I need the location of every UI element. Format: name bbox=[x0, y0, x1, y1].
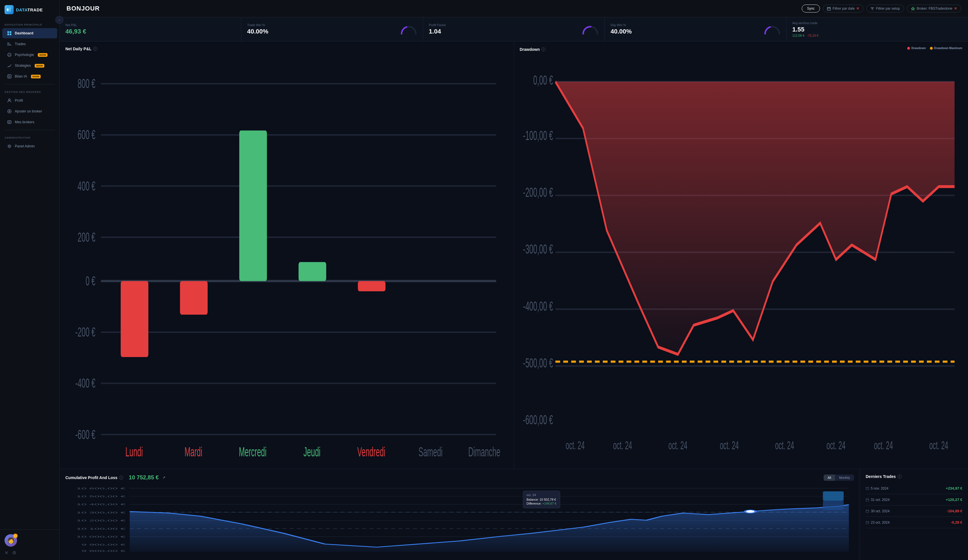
svg-text:10 400,00 €: 10 400,00 € bbox=[76, 503, 126, 506]
stat-avg-value: 1.55 bbox=[792, 26, 962, 33]
sidebar-item-bilan-ia[interactable]: Bilan IA SOON bbox=[2, 71, 57, 81]
svg-text:Vendredi: Vendredi bbox=[357, 444, 385, 459]
logo-area: DATATRADE bbox=[0, 0, 60, 19]
avatar-badge: 👑 bbox=[13, 534, 18, 538]
svg-text:10 600,00 €: 10 600,00 € bbox=[76, 487, 126, 490]
svg-text:-400 €: -400 € bbox=[75, 376, 96, 390]
filter-date-button[interactable]: Filtrer par date ✕ bbox=[823, 5, 864, 13]
svg-rect-13 bbox=[827, 7, 830, 10]
cumulative-chart-svg: 10 600,00 € 10 500,00 € 10 400,00 € 10 3… bbox=[65, 484, 854, 555]
mes-brokers-icon bbox=[7, 119, 12, 125]
strategies-soon-badge: SOON bbox=[35, 64, 44, 68]
svg-text:600 €: 600 € bbox=[78, 127, 96, 142]
filter-date-close[interactable]: ✕ bbox=[856, 7, 859, 10]
add-broker-icon bbox=[7, 109, 12, 114]
discord-icon[interactable]: ⚙ bbox=[12, 550, 16, 555]
drawdown-chart-svg: 0,00 € -100,00 € -200,00 € -300,00 € -40… bbox=[520, 55, 963, 464]
sidebar-item-dashboard[interactable]: Dashboard bbox=[2, 28, 57, 38]
toggle-group: All Monthly bbox=[824, 474, 854, 481]
svg-text:-200 €: -200 € bbox=[75, 325, 96, 339]
drawdown-chart-area: 0,00 € -100,00 € -200,00 € -300,00 € -40… bbox=[520, 55, 963, 464]
cumulative-title: Cumulative Profit And Loss i bbox=[65, 476, 123, 480]
nav-section-label: NAVIGATION PRINCIPALE bbox=[0, 19, 60, 28]
sidebar-item-ajouter-broker[interactable]: Ajouter un broker bbox=[2, 106, 57, 116]
svg-text:200 €: 200 € bbox=[78, 230, 96, 244]
sidebar-item-profil[interactable]: Profil bbox=[2, 96, 57, 106]
legend-drawdown-max: Drawdown Maximum bbox=[930, 46, 962, 50]
net-daily-info-icon: i bbox=[93, 47, 97, 51]
svg-rect-84 bbox=[823, 501, 844, 510]
svg-rect-11 bbox=[8, 121, 11, 124]
stat-profit-factor-info: Profit Factor 1.04 bbox=[429, 23, 578, 35]
broker-icon bbox=[911, 7, 915, 10]
cumulative-header: Cumulative Profit And Loss i 10 752,85 €… bbox=[65, 474, 854, 481]
svg-text:oct. 24: oct. 24 bbox=[565, 438, 585, 451]
svg-text:oct. 24: oct. 24 bbox=[613, 438, 632, 451]
external-link-icon[interactable]: ↗ bbox=[162, 476, 166, 480]
filter-date-label: Filtrer par date bbox=[832, 7, 855, 10]
sidebar-item-psychologie[interactable]: Psychologie SOON bbox=[2, 50, 57, 60]
svg-text:400 €: 400 € bbox=[78, 178, 96, 193]
svg-rect-89 bbox=[866, 521, 869, 524]
sidebar-item-ajouter-label: Ajouter un broker bbox=[15, 109, 42, 113]
trades-info-icon: i bbox=[898, 474, 902, 479]
svg-rect-86 bbox=[866, 487, 869, 490]
bilan-ia-icon bbox=[7, 74, 12, 79]
svg-text:800 €: 800 € bbox=[78, 76, 96, 91]
svg-text:-100,00 €: -100,00 € bbox=[523, 128, 553, 143]
trades-title: Derniers Trades i bbox=[866, 474, 962, 479]
twitter-icon[interactable]: ✕ bbox=[5, 550, 8, 555]
svg-rect-34 bbox=[358, 281, 385, 291]
trade-amount-2: -104,89 € bbox=[947, 509, 962, 513]
calendar-icon-trade-2 bbox=[866, 509, 869, 513]
stat-net-pnl: Net P&L 46,93 € bbox=[60, 17, 241, 41]
user-avatar-area: 🧑 👑 bbox=[5, 534, 55, 547]
legend-max-dot bbox=[930, 47, 933, 50]
profil-icon bbox=[7, 98, 12, 103]
svg-text:Dimanche: Dimanche bbox=[468, 444, 501, 459]
svg-point-9 bbox=[8, 99, 10, 101]
sidebar-item-panel-admin[interactable]: Panel Admin bbox=[2, 141, 57, 151]
sidebar-item-strategies[interactable]: Strategies SOON bbox=[2, 61, 57, 71]
svg-text:oct. 24: oct. 24 bbox=[775, 438, 794, 451]
divider-2 bbox=[5, 130, 55, 130]
svg-text:10 500,00 €: 10 500,00 € bbox=[76, 495, 126, 498]
drawdown-panel: Drawdown i Drawdown Drawdown Maximum bbox=[514, 41, 968, 469]
svg-text:-400,00 €: -400,00 € bbox=[523, 299, 553, 313]
svg-marker-56 bbox=[555, 81, 955, 354]
svg-rect-0 bbox=[7, 8, 8, 11]
stat-avg-red: -72,10 € bbox=[807, 34, 819, 37]
svg-text:oct. 24: oct. 24 bbox=[929, 438, 948, 451]
stat-net-pnl-label: Net P&L bbox=[65, 23, 235, 27]
cumulative-title-row: Cumulative Profit And Loss i 10 752,85 €… bbox=[65, 474, 166, 481]
filter-setup-button[interactable]: Filtrer par setup bbox=[866, 5, 904, 13]
trade-amount-0: +234,97 € bbox=[946, 486, 962, 491]
sidebar-item-mes-brokers[interactable]: Mes brokers bbox=[2, 117, 57, 127]
trade-row-3: 23 oct. 2024 -0,28 € bbox=[866, 517, 962, 528]
stat-net-pnl-value: 46,93 € bbox=[65, 28, 235, 35]
toggle-monthly-button[interactable]: Monthly bbox=[835, 474, 854, 481]
svg-text:10 000,00 €: 10 000,00 € bbox=[76, 535, 126, 538]
sidebar-item-trades[interactable]: Trades bbox=[2, 39, 57, 49]
charts-row: Net Daily P&L i 800 € 600 € bbox=[60, 41, 968, 469]
trade-date-1: 31 oct. 2024 bbox=[866, 498, 890, 502]
sync-button[interactable]: Sync bbox=[802, 5, 820, 13]
trade-date-0: 5 nov. 2024 bbox=[866, 486, 888, 491]
svg-rect-87 bbox=[866, 499, 869, 501]
svg-marker-82 bbox=[129, 505, 849, 552]
drawdown-legend: Drawdown Drawdown Maximum bbox=[907, 46, 962, 50]
trade-row-0: 5 nov. 2024 +234,97 € bbox=[866, 483, 962, 494]
logo-text: DATATRADE bbox=[16, 7, 43, 12]
toggle-all-button[interactable]: All bbox=[824, 474, 835, 481]
stat-trade-win-label: Trade Win % bbox=[247, 23, 396, 27]
derniers-trades-panel: Derniers Trades i 5 nov. 2024 +234,97 € bbox=[860, 469, 968, 560]
svg-text:oct. 24: oct. 24 bbox=[827, 438, 845, 451]
broker-button[interactable]: Broker: FBSTradestone ✕ bbox=[907, 5, 961, 13]
stat-profit-factor-value: 1.04 bbox=[429, 28, 578, 35]
admin-section-label: ADMINISTRATION bbox=[0, 132, 60, 141]
stat-avg-subtext: 112,06 € -72,10 € bbox=[792, 34, 962, 37]
broker-close[interactable]: ✕ bbox=[954, 7, 957, 10]
bilan-ia-soon-badge: SOON bbox=[31, 75, 41, 78]
cumulative-value: 10 752,85 € bbox=[129, 474, 159, 481]
collapse-button[interactable]: ‹ bbox=[55, 16, 63, 24]
